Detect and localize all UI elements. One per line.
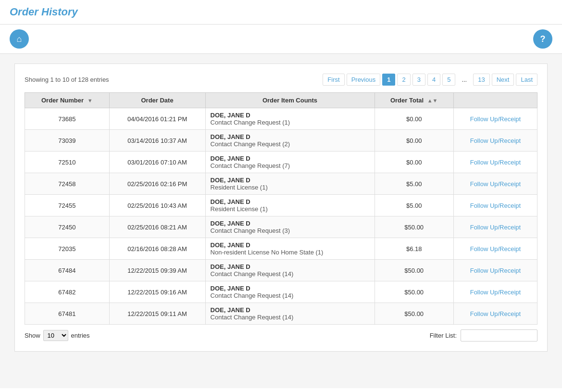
sort-arrow-order-number: ▼ [87,98,93,103]
filter-list: Filter List: [430,329,537,341]
item-sub: Contact Change Request (1) [211,119,370,126]
table-row: 72035 02/16/2016 08:28 AM DOE, JANE D No… [25,238,537,260]
table-row: 73685 04/04/2016 01:21 PM DOE, JANE D Co… [25,108,537,130]
table-row: 72510 03/01/2016 07:10 AM DOE, JANE D Co… [25,152,537,173]
cell-order-number: 67484 [25,260,110,281]
item-name: DOE, JANE D [211,306,370,314]
cell-order-date: 12/22/2015 09:11 AM [109,303,205,325]
item-name: DOE, JANE D [211,177,370,184]
col-order-total: Order Total ▲▼ [375,93,453,108]
table-info-row: Showing 1 to 10 of 128 entries First Pre… [25,74,537,86]
header: Order History [0,0,562,25]
col-order-item-counts: Order Item Counts [205,93,375,108]
follow-up-receipt-link[interactable]: Follow Up/Receipt [470,267,521,274]
follow-up-receipt-link[interactable]: Follow Up/Receipt [470,310,521,317]
pagination-previous[interactable]: Previous [347,74,381,86]
cell-order-number: 72458 [25,173,110,195]
pagination-page-4[interactable]: 4 [427,74,440,86]
pagination-page-1[interactable]: 1 [382,74,395,86]
pagination-next[interactable]: Next [492,74,514,86]
col-order-number[interactable]: Order Number ▼ [25,93,110,108]
table-info: Showing 1 to 10 of 128 entries [25,76,109,83]
item-name: DOE, JANE D [211,285,370,292]
item-sub: Contact Change Request (14) [211,314,370,321]
cell-order-date: 02/16/2016 08:28 AM [109,238,205,260]
home-button[interactable]: ⌂ [10,29,29,49]
cell-order-items: DOE, JANE D Contact Change Request (1) [205,108,375,130]
cell-order-number: 72450 [25,216,110,238]
help-button[interactable]: ? [533,29,552,49]
cell-order-total: $6.18 [375,238,453,260]
pagination-last[interactable]: Last [516,74,537,86]
filter-label: Filter List: [430,332,457,339]
table-row: 67481 12/22/2015 09:11 AM DOE, JANE D Co… [25,303,537,325]
follow-up-receipt-link[interactable]: Follow Up/Receipt [470,180,521,188]
cell-order-total: $50.00 [375,281,453,303]
cell-order-items: DOE, JANE D Contact Change Request (14) [205,260,375,281]
item-sub: Resident License (1) [211,205,370,213]
item-sub: Contact Change Request (14) [211,270,370,278]
pagination-page-5[interactable]: 5 [442,74,455,86]
table-footer: Show 102550100 entries Filter List: [25,329,537,341]
follow-up-receipt-link[interactable]: Follow Up/Receipt [470,115,521,123]
item-sub: Contact Change Request (14) [211,292,370,299]
cell-order-items: DOE, JANE D Resident License (1) [205,195,375,216]
cell-order-date: 12/22/2015 09:16 AM [109,281,205,303]
toolbar: ⌂ ? [0,25,562,54]
follow-up-receipt-link[interactable]: Follow Up/Receipt [470,289,521,296]
cell-order-date: 04/04/2016 01:21 PM [109,108,205,130]
filter-input[interactable] [461,329,537,341]
cell-action: Follow Up/Receipt [453,238,537,260]
table-row: 72458 02/25/2016 02:16 PM DOE, JANE D Re… [25,173,537,195]
cell-order-number: 67482 [25,281,110,303]
cell-action: Follow Up/Receipt [453,195,537,216]
pagination: First Previous 1 2 3 4 5 ... 13 Next Las… [323,74,537,86]
cell-order-total: $50.00 [375,216,453,238]
pagination-first[interactable]: First [323,74,344,86]
item-name: DOE, JANE D [211,133,370,140]
item-sub: Non-resident License No Home State (1) [211,249,370,256]
cell-action: Follow Up/Receipt [453,303,537,325]
cell-order-number: 73685 [25,108,110,130]
pagination-page-13[interactable]: 13 [473,74,489,86]
follow-up-receipt-link[interactable]: Follow Up/Receipt [470,245,521,253]
table-row: 67482 12/22/2015 09:16 AM DOE, JANE D Co… [25,281,537,303]
item-name: DOE, JANE D [211,112,370,119]
show-entries: Show 102550100 entries [25,330,90,341]
col-order-date: Order Date [109,93,205,108]
entries-select[interactable]: 102550100 [43,330,68,341]
follow-up-receipt-link[interactable]: Follow Up/Receipt [470,202,521,209]
pagination-page-2[interactable]: 2 [397,74,410,86]
table-row: 67484 12/22/2015 09:39 AM DOE, JANE D Co… [25,260,537,281]
cell-order-date: 02/25/2016 02:16 PM [109,173,205,195]
follow-up-receipt-link[interactable]: Follow Up/Receipt [470,159,521,166]
cell-order-date: 03/01/2016 07:10 AM [109,152,205,173]
pagination-ellipsis: ... [457,74,471,85]
pagination-page-3[interactable]: 3 [412,74,425,86]
cell-order-total: $50.00 [375,303,453,325]
cell-order-total: $0.00 [375,130,453,152]
show-label: Show [25,332,40,339]
sort-arrow-order-total: ▲▼ [427,98,438,103]
item-sub: Contact Change Request (7) [211,162,370,169]
cell-order-number: 72455 [25,195,110,216]
cell-order-total: $50.00 [375,260,453,281]
cell-order-date: 12/22/2015 09:39 AM [109,260,205,281]
cell-order-total: $0.00 [375,108,453,130]
follow-up-receipt-link[interactable]: Follow Up/Receipt [470,224,521,231]
cell-action: Follow Up/Receipt [453,260,537,281]
item-name: DOE, JANE D [211,198,370,205]
cell-order-items: DOE, JANE D Contact Change Request (3) [205,216,375,238]
cell-action: Follow Up/Receipt [453,173,537,195]
table-row: 73039 03/14/2016 10:37 AM DOE, JANE D Co… [25,130,537,152]
item-name: DOE, JANE D [211,220,370,227]
follow-up-receipt-link[interactable]: Follow Up/Receipt [470,137,521,144]
cell-order-total: $0.00 [375,152,453,173]
cell-action: Follow Up/Receipt [453,216,537,238]
cell-order-date: 02/25/2016 08:21 AM [109,216,205,238]
cell-order-total: $5.00 [375,195,453,216]
cell-order-number: 72510 [25,152,110,173]
home-icon: ⌂ [17,34,22,44]
cell-order-items: DOE, JANE D Contact Change Request (14) [205,281,375,303]
cell-order-total: $5.00 [375,173,453,195]
